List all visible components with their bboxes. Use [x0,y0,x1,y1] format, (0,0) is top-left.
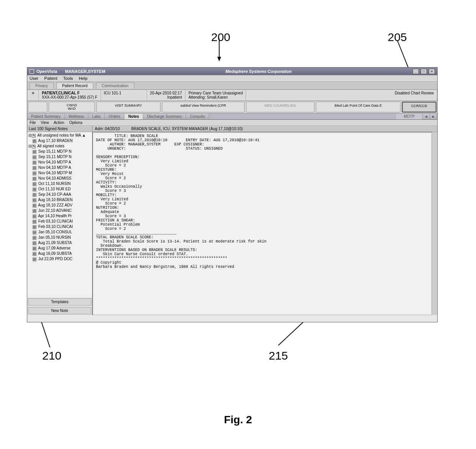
patient-icon: ✕ [27,90,39,101]
tree-item[interactable]: ▤ Feb 03,10 CLINICAI [28,219,91,224]
tree-item[interactable]: ▤ Oct 11,10 NUR ED [28,187,91,192]
maximize-button[interactable]: □ [421,69,427,74]
note-text[interactable]: TITLE: BRADEN SCALE DATE OF NOTE: AUG 17… [93,132,432,315]
tree-item[interactable]: ▤ Jan 05,10 CONSUL [28,229,91,235]
btn-cwad[interactable]: CWAD WAD [49,102,95,112]
menubar: User Patient Tools Help [27,75,437,82]
tree-item[interactable]: ▤ Aug 17,09 Adverse [28,246,91,251]
tab-communication[interactable]: Communication [96,83,134,89]
callout-200: 200 [211,31,230,44]
tab-scroll-left[interactable]: ◄ [423,114,430,119]
menu-user[interactable]: User [30,76,38,81]
tree-item[interactable]: ▤ Aug 16,09 SUBSTA [28,251,91,256]
app-name: OpenVista [36,69,57,74]
submenu-file[interactable]: File [30,121,36,125]
tab-consults[interactable]: Consults [186,114,209,119]
tree-item[interactable]: ▤ Sep 15,11 MDTP N [28,154,91,160]
tree-item[interactable]: ▤ Sep 24,10 CP-AAA [28,192,91,197]
notes-tree[interactable]: ⊟✎ All unsigned notes for MA ▲▤ Aug 17,1… [27,132,92,297]
patient-team[interactable]: Primary Care Team Unassigned Attending: … [185,90,246,101]
tree-item[interactable]: ▤ Oct 11,10 NURSIN [28,181,91,187]
tree-item[interactable]: ▤ Nov 04,10 MDTP M [28,170,91,176]
note-main: Adm: 04/20/10 BRADEN SCALE, ICU, SYSTEM … [93,126,437,315]
view-tabs: Patient Summary Wellness Labs Orders Not… [27,114,437,120]
window-buttons: _ □ × [412,69,435,74]
tab-discharge[interactable]: Discharge Summary [143,114,186,119]
tree-item[interactable]: ▤ Nov 04,10 ADMISS [28,176,91,181]
submenu-options[interactable]: Options [69,121,82,125]
titlebar-user: MANAGER,SYSTEM [65,69,105,74]
btn-visit-summary[interactable]: VISIT SUMMARY [96,102,160,112]
note-scrollbar[interactable] [432,132,437,315]
menu-patient[interactable]: Patient [44,76,57,81]
patient-ssn-dob: XXX-XX-000 27-Apr-1955 (57) F [42,95,98,99]
tree-item[interactable]: ▤ Apr 14,10 Health Pr [28,213,91,219]
minimize-button[interactable]: _ [413,69,419,74]
chart-review-status: Disabled Chart Review [392,90,437,101]
sidebar-header: Last 100 Signed Notes [27,126,92,132]
patient-location[interactable]: ICU 101-1 [101,90,147,101]
button-row: CWAD WAD VISIT SUMMARY sabled View Remin… [27,101,437,114]
tree-item[interactable]: ▤ Aug 18,10 ZZZ ADV [28,203,91,208]
tree-item[interactable]: ▤ Nov 04,10 MDTP A [28,165,91,170]
tab-labs[interactable]: Labs [88,114,105,119]
tab-notes[interactable]: Notes [124,114,143,119]
callout-210: 210 [42,349,61,362]
tree-item[interactable]: ⊟✎ All signed notes [28,144,91,149]
tab-orders[interactable]: Orders [105,114,125,119]
top-tabs: Privacy Patient Record Communication [27,82,437,90]
tab-privacy[interactable]: Privacy [30,83,54,89]
tree-item[interactable]: ▤ Aug 18,10 BRADEN [28,197,91,203]
tree-item[interactable]: ⊟✎ All unsigned notes for MA ▲ [28,133,91,138]
new-note-button[interactable]: New Note [28,307,91,314]
submenu-view[interactable]: View [41,121,49,125]
menu-tools[interactable]: Tools [63,76,73,81]
tree-item[interactable]: ▤ Aug 21,09 SUBSTA [28,240,91,246]
app-window: OpenVista MANAGER,SYSTEM Medsphere Syste… [27,67,438,322]
note-title-header: BRADEN SCALE, ICU, SYSTEM MANAGER (Aug 1… [131,127,243,131]
btn-ccr-ccd[interactable]: CCR/CCD [402,102,436,112]
patient-id-cell[interactable]: PATIENT,CLINICAL F XXX-XX-000 27-Apr-195… [39,90,101,101]
btn-unknown[interactable] [28,102,47,112]
notes-submenu: File View Action Options [27,120,437,126]
figure-label: Fig. 2 [224,414,252,426]
note-header: Adm: 04/20/10 BRADEN SCALE, ICU, SYSTEM … [93,126,437,132]
tree-item[interactable]: ▤ Nov 04,10 MDTP A [28,160,91,165]
callout-215: 215 [269,349,288,362]
tab-patient-record[interactable]: Patient Record [56,83,93,89]
svg-marker-1 [217,57,221,61]
titlebar-center: Medsphere Systems Corporation [105,69,412,74]
tree-item[interactable]: ▤ Sep 15,11 MDTP N [28,149,91,154]
patient-bar: ✕ PATIENT,CLINICAL F XXX-XX-000 27-Apr-1… [27,90,437,101]
tree-item[interactable]: ▤ Jan 05,10 NURSIN [28,235,91,240]
notes-sidebar: Last 100 Signed Notes ⊟✎ All unsigned no… [27,126,93,315]
btn-lab-poc[interactable]: ibled Lab Point Of Care Data E [316,102,400,112]
tree-item[interactable]: ▤ Jun 22,10 ADVANC [28,208,91,213]
btn-med-counseling[interactable]: MED COUNSELING [246,102,314,112]
patient-datetime: 20-Apr-2010 02:17 Inpatient [147,90,185,101]
templates-button[interactable]: Templates [28,298,91,305]
app-icon [30,69,34,74]
tree-item[interactable]: ▤ Feb 03,10 CLINICAI [28,224,91,229]
titlebar: OpenVista MANAGER,SYSTEM Medsphere Syste… [27,68,437,75]
menu-help[interactable]: Help [79,76,88,81]
submenu-action[interactable]: Action [54,121,64,125]
tab-mdtp[interactable]: MDTP [396,114,423,119]
tab-patient-summary[interactable]: Patient Summary [27,114,65,119]
tab-scroll-right[interactable]: ► [430,114,437,119]
patient-name: PATIENT,CLINICAL F [42,91,98,95]
btn-view-reminders[interactable]: sabled View Reminders (CPR [162,102,245,112]
note-adm: Adm: 04/20/10 [95,127,120,131]
tab-wellness[interactable]: Wellness [65,114,88,119]
tree-item[interactable]: ▤ Jul 22,09 PPD DOC [28,256,91,262]
close-button[interactable]: × [429,69,435,74]
tree-item[interactable]: ▤ Aug 17,10 BRADEN [28,138,91,144]
